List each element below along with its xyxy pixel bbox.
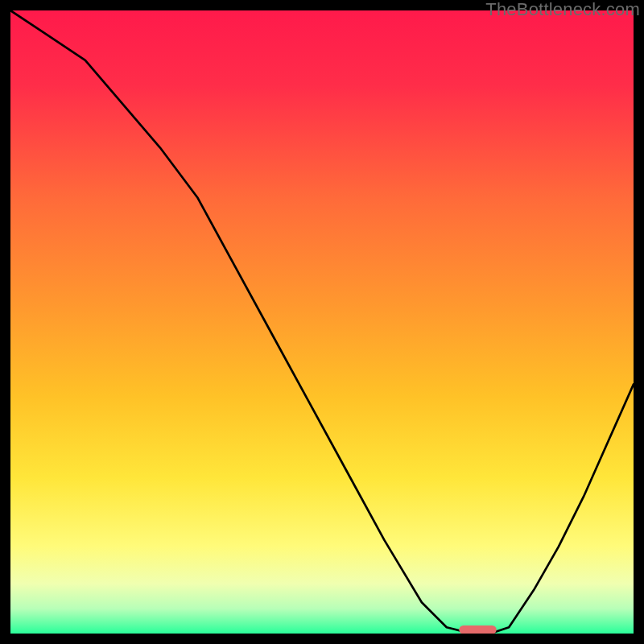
bottleneck-chart: [10, 10, 634, 634]
watermark-text: TheBottleneck.com: [485, 0, 640, 20]
chart-frame: TheBottleneck.com: [10, 10, 634, 634]
optimal-range-marker: [459, 625, 496, 634]
gradient-background: [10, 10, 634, 634]
